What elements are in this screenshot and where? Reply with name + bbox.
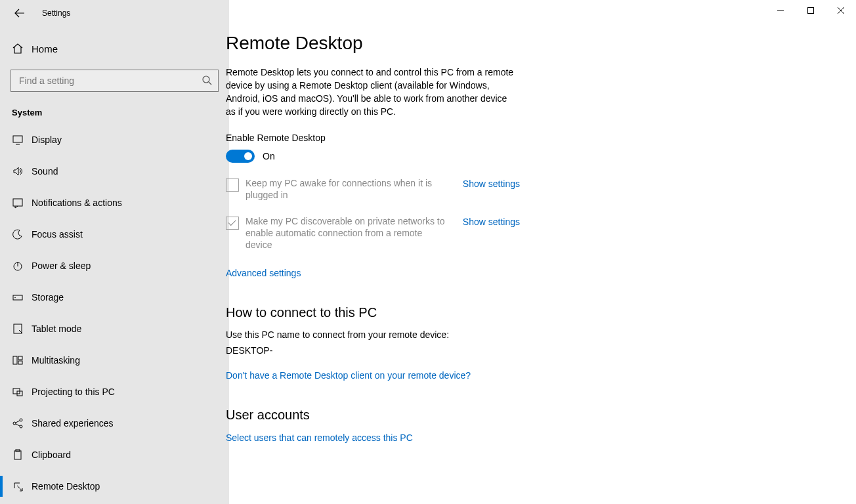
connect-description: Use this PC name to connect from your re… xyxy=(226,329,663,340)
sidebar-item-storage[interactable]: Storage xyxy=(0,282,229,313)
svg-rect-15 xyxy=(14,451,21,459)
sidebar-item-projecting[interactable]: Projecting to this PC xyxy=(0,376,229,408)
sidebar-item-label: Focus assist xyxy=(32,229,83,240)
sidebar-home[interactable]: Home xyxy=(0,34,229,63)
clipboard-icon xyxy=(12,449,24,461)
keep-awake-label: Keep my PC awake for connections when it… xyxy=(246,177,451,201)
sidebar-category: System xyxy=(0,96,229,124)
page-description: Remote Desktop lets you connect to and c… xyxy=(226,66,518,118)
sidebar-item-notifications[interactable]: Notifications & actions xyxy=(0,187,229,219)
remote-desktop-icon xyxy=(12,480,24,492)
svg-rect-9 xyxy=(18,361,22,364)
close-icon xyxy=(838,7,844,14)
minimize-icon xyxy=(777,7,784,14)
multitasking-icon xyxy=(12,354,24,366)
sidebar-item-label: Storage xyxy=(32,292,64,303)
sidebar-item-power-sleep[interactable]: Power & sleep xyxy=(0,250,229,282)
sidebar-home-label: Home xyxy=(32,43,58,54)
app-title: Settings xyxy=(42,9,70,18)
advanced-settings-link[interactable]: Advanced settings xyxy=(226,268,301,278)
sidebar-item-clipboard[interactable]: Clipboard xyxy=(0,439,229,471)
tablet-icon xyxy=(12,323,24,335)
sidebar-item-label: Clipboard xyxy=(32,450,71,460)
pc-name: DESKTOP- xyxy=(226,345,663,356)
main-panel: Remote Desktop Remote Desktop lets you c… xyxy=(229,0,856,504)
enable-remote-desktop-toggle[interactable] xyxy=(226,150,255,163)
display-icon xyxy=(12,134,24,146)
keep-awake-show-settings[interactable]: Show settings xyxy=(463,178,520,189)
discoverable-checkbox[interactable] xyxy=(226,217,239,230)
svg-rect-8 xyxy=(18,356,22,360)
svg-rect-4 xyxy=(13,295,22,300)
keep-awake-checkbox[interactable] xyxy=(226,178,239,192)
sidebar-nav: Display Sound Notifications & actions Fo… xyxy=(0,124,229,504)
svg-point-14 xyxy=(20,425,22,428)
search-field[interactable] xyxy=(11,70,219,92)
svg-rect-17 xyxy=(808,8,814,14)
svg-point-12 xyxy=(13,422,16,425)
sidebar-item-label: Notifications & actions xyxy=(32,198,122,208)
page-title: Remote Desktop xyxy=(226,33,663,54)
enable-remote-desktop-label: Enable Remote Desktop xyxy=(226,133,663,143)
notifications-icon xyxy=(12,197,24,209)
maximize-button[interactable] xyxy=(796,0,826,21)
sidebar-item-display[interactable]: Display xyxy=(0,124,229,156)
toggle-knob xyxy=(244,152,252,160)
user-accounts-heading: User accounts xyxy=(226,408,663,423)
sidebar-item-label: Tablet mode xyxy=(32,324,81,334)
sidebar-item-focus-assist[interactable]: Focus assist xyxy=(0,219,229,250)
sound-icon xyxy=(12,165,24,177)
sidebar-item-label: Projecting to this PC xyxy=(32,387,115,397)
svg-point-13 xyxy=(20,419,22,421)
sidebar-item-label: Shared experiences xyxy=(32,418,114,429)
sidebar-item-multitasking[interactable]: Multitasking xyxy=(0,345,229,376)
select-users-link[interactable]: Select users that can remotely access th… xyxy=(226,432,413,443)
discoverable-show-settings[interactable]: Show settings xyxy=(463,217,520,227)
discoverable-label: Make my PC discoverable on private netwo… xyxy=(246,215,451,251)
svg-rect-2 xyxy=(13,199,22,206)
back-button[interactable] xyxy=(12,5,28,21)
power-icon xyxy=(12,260,24,272)
storage-icon xyxy=(12,291,24,303)
close-button[interactable] xyxy=(826,0,856,21)
sidebar-item-tablet-mode[interactable]: Tablet mode xyxy=(0,313,229,345)
toggle-state-label: On xyxy=(263,151,275,161)
sidebar-item-label: Display xyxy=(32,135,62,145)
sidebar-item-sound[interactable]: Sound xyxy=(0,156,229,187)
maximize-icon xyxy=(807,7,814,14)
shared-icon xyxy=(12,417,24,429)
sidebar-item-remote-desktop[interactable]: Remote Desktop xyxy=(0,471,229,502)
svg-point-5 xyxy=(14,297,16,299)
svg-rect-1 xyxy=(13,136,22,142)
svg-rect-7 xyxy=(13,356,17,364)
no-client-link[interactable]: Don't have a Remote Desktop client on yo… xyxy=(226,370,471,381)
sidebar-item-shared-experiences[interactable]: Shared experiences xyxy=(0,408,229,439)
sidebar-item-label: Remote Desktop xyxy=(32,481,100,492)
sidebar-item-label: Power & sleep xyxy=(32,261,91,271)
window-controls xyxy=(765,0,856,21)
settings-sidebar: Settings Home System Display xyxy=(0,0,229,504)
minimize-button[interactable] xyxy=(765,0,796,21)
projecting-icon xyxy=(12,386,24,398)
sidebar-item-label: Multitasking xyxy=(32,355,80,366)
focus-assist-icon xyxy=(12,228,24,240)
arrow-left-icon xyxy=(14,8,25,18)
how-to-connect-heading: How to connect to this PC xyxy=(226,305,663,320)
search-input[interactable] xyxy=(11,70,219,92)
sidebar-item-label: Sound xyxy=(32,166,58,177)
home-icon xyxy=(12,43,24,54)
